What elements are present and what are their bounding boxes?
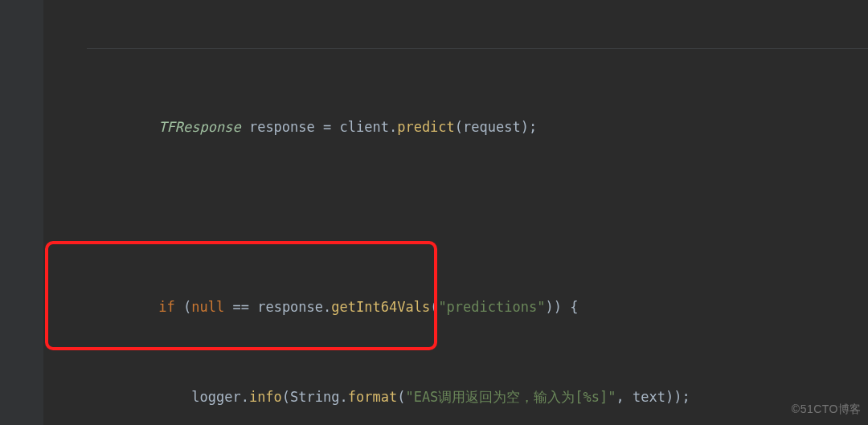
code-line: logger.info(String.format("EAS调用返回为空，输入为…	[43, 386, 868, 408]
code-line: TFResponse response = client.predict(req…	[43, 116, 868, 138]
code-line-blank	[43, 206, 868, 228]
separator-line	[87, 48, 868, 49]
code-content: TFResponse response = client.predict(req…	[43, 48, 868, 425]
watermark-text: ©51CTO博客	[792, 398, 862, 420]
code-line: if (null == response.getInt64Vals("predi…	[43, 296, 868, 318]
code-editor[interactable]: TFResponse response = client.predict(req…	[0, 0, 868, 425]
